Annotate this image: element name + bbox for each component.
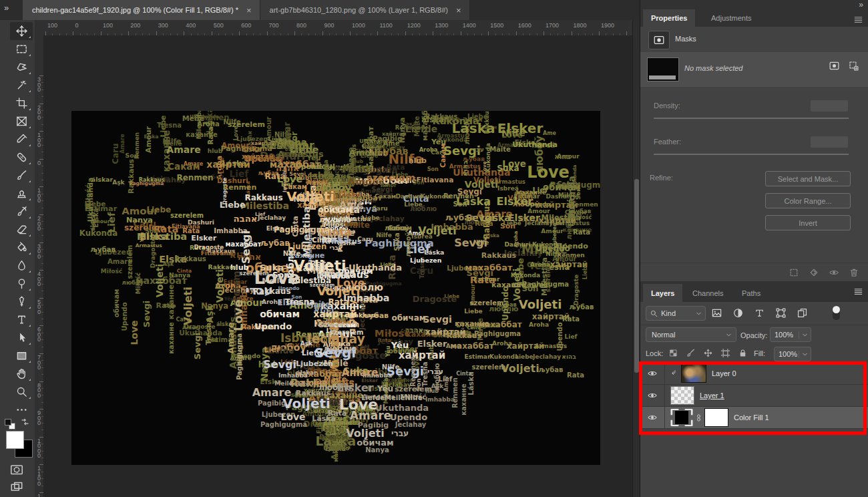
tab-overflow-icon[interactable]: »	[4, 3, 9, 13]
frame-tool[interactable]	[10, 112, 33, 130]
eraser-tool[interactable]	[10, 220, 33, 238]
opacity-select[interactable]: 100%	[770, 327, 811, 342]
wordcloud-word: Renmen	[452, 377, 459, 408]
ruler-label: 300	[35, 77, 43, 93]
document-tab[interactable]: art-gb7bb46310_1280.png @ 100% (Layer 1,…	[260, 0, 470, 20]
feather-value[interactable]	[811, 136, 848, 148]
layer-visibility-icon[interactable]	[640, 363, 665, 384]
invert-button[interactable]: Invert	[765, 215, 851, 230]
select-and-mask-button[interactable]: Select and Mask...	[765, 171, 851, 186]
selection-bounds-icon[interactable]	[789, 267, 799, 278]
tab-paths[interactable]: Paths	[734, 284, 769, 302]
quick-mask-icon[interactable]	[9, 462, 24, 478]
tool-flyout-indicator	[29, 54, 31, 56]
gradient-tool[interactable]	[10, 238, 33, 257]
screen-mode-icon[interactable]	[9, 480, 24, 496]
tool-flyout-indicator	[29, 379, 31, 381]
tab-properties[interactable]: Properties	[643, 9, 695, 27]
wordcloud-word: љубав	[539, 367, 564, 373]
layers-menu-icon[interactable]	[853, 287, 863, 297]
eyedropper-tool[interactable]	[10, 130, 33, 148]
ruler-label: 1500	[490, 23, 503, 29]
blur-tool[interactable]	[10, 257, 33, 275]
swap-colors-icon[interactable]	[20, 417, 30, 428]
wordcloud-word: Liebe	[515, 354, 533, 360]
wordcloud-word: אהבה	[298, 149, 314, 155]
blend-mode-select[interactable]: Normal	[646, 327, 736, 342]
layer-visibility-icon[interactable]	[640, 385, 665, 406]
panel-overflow-icon[interactable]: »	[859, 0, 863, 9]
rectangle-tool[interactable]	[10, 347, 33, 365]
clone-stamp-tool[interactable]	[10, 184, 33, 202]
history-brush-tool[interactable]	[10, 202, 33, 220]
adjustment-filter-icon[interactable]	[732, 307, 744, 319]
position-lock-icon[interactable]	[703, 348, 713, 358]
tab-adjustments[interactable]: Adjustments	[703, 9, 760, 27]
marquee-tool[interactable]	[10, 40, 33, 58]
shape-filter-icon[interactable]	[775, 307, 787, 319]
path-select-tool[interactable]	[10, 329, 33, 347]
document-tab[interactable]: children-gac14a5e9f_1920.jpg @ 100% (Col…	[23, 0, 260, 20]
magic-wand-tool[interactable]	[10, 76, 33, 94]
delete-icon[interactable]	[849, 267, 859, 278]
dodge-tool[interactable]	[10, 275, 33, 293]
density-slider[interactable]	[654, 118, 849, 119]
type-filter-icon[interactable]	[754, 307, 765, 319]
zoom-tool[interactable]	[10, 383, 33, 401]
wordcloud-word: Nanya	[365, 447, 389, 454]
wordcloud-word: Tresna	[285, 298, 315, 306]
apply-mask-icon[interactable]	[809, 267, 819, 278]
healing-brush-tool[interactable]	[10, 148, 33, 166]
hand-tool[interactable]	[10, 365, 33, 383]
lasso-tool[interactable]	[10, 58, 33, 76]
mask-thumbnail[interactable]	[647, 57, 679, 81]
visibility-icon[interactable]	[829, 267, 839, 278]
foreground-color-swatch[interactable]	[6, 431, 24, 449]
default-colors-icon[interactable]	[5, 419, 11, 426]
brush-lock-icon[interactable]	[686, 348, 696, 358]
more-tool[interactable]	[10, 401, 33, 419]
tab-layers[interactable]: Layers	[643, 284, 682, 302]
layer-mask-icon[interactable]	[829, 60, 840, 71]
layer-row[interactable]: Layer 0	[640, 363, 868, 385]
transparency-lock-icon[interactable]	[668, 348, 678, 358]
pen-tool[interactable]	[10, 293, 33, 311]
move-tool[interactable]	[10, 22, 33, 40]
wordcloud-word: Love	[527, 164, 570, 180]
layer-visibility-icon[interactable]	[640, 407, 665, 428]
image-filter-icon[interactable]	[711, 307, 722, 319]
wordcloud-word: szerelem	[330, 329, 364, 336]
mask-link-icon[interactable]	[694, 413, 703, 422]
canvas-image[interactable]: CintaCintaTresnaNanyaSonIsbreáElskaUkuth…	[71, 111, 600, 465]
vector-mask-icon[interactable]	[848, 60, 859, 71]
wordcloud-word: Paghigugma	[474, 331, 521, 337]
tab-close-icon[interactable]: ×	[456, 6, 461, 15]
tab-close-icon[interactable]: ×	[246, 6, 252, 15]
wordcloud-word: LiefdeMeiléNilfe	[361, 395, 423, 401]
type-tool[interactable]	[10, 311, 33, 329]
tab-channels[interactable]: Channels	[684, 284, 731, 302]
layer-name[interactable]: Layer 0	[712, 369, 736, 377]
layer-thumbnail[interactable]	[670, 386, 694, 405]
layer-row[interactable]: Layer 1	[640, 385, 868, 407]
crop-tool[interactable]	[10, 94, 33, 112]
brush-tool[interactable]	[10, 166, 33, 184]
artboard-lock-icon[interactable]	[720, 348, 730, 358]
feather-slider[interactable]	[654, 154, 849, 155]
layer-mask-thumbnail[interactable]	[704, 408, 728, 427]
filter-kind-select[interactable]: Kind	[646, 306, 706, 321]
all-lock-icon[interactable]	[738, 348, 748, 358]
scrollbar-thumb[interactable]	[634, 179, 639, 373]
layer-thumbnail[interactable]	[681, 364, 706, 383]
fill-select[interactable]: 100%	[774, 347, 811, 361]
wordcloud-word: Amare	[166, 145, 200, 154]
layer-row[interactable]: Color Fill 1	[640, 407, 868, 429]
fill-layer-thumbnail[interactable]	[669, 407, 694, 428]
density-value[interactable]	[811, 100, 848, 112]
layer-name[interactable]: Color Fill 1	[734, 413, 769, 422]
properties-menu-icon[interactable]	[853, 15, 863, 25]
layer-name[interactable]: Layer 1	[700, 391, 724, 399]
smart-object-filter-icon[interactable]	[797, 307, 808, 319]
color-range-button[interactable]: Color Range...	[765, 193, 851, 208]
filter-toggle[interactable]	[833, 306, 840, 320]
